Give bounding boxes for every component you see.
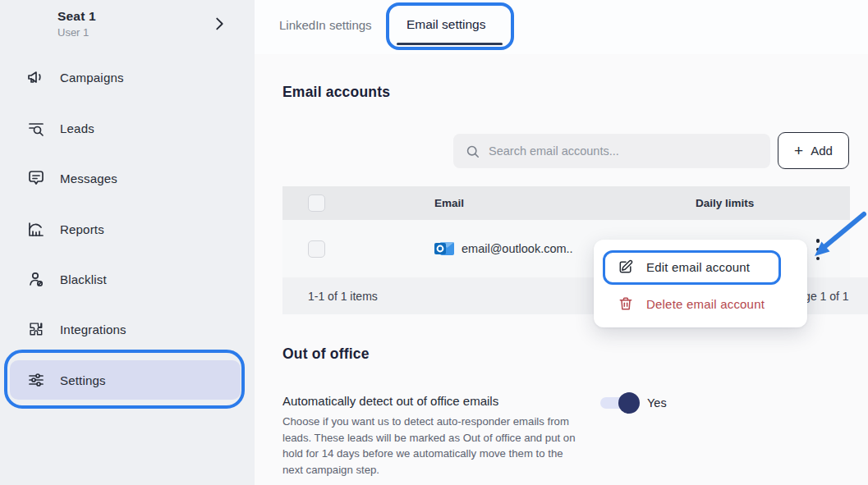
active-tab-underline — [397, 43, 503, 45]
edit-pencil-icon — [618, 259, 634, 275]
leads-search-icon — [26, 118, 46, 138]
tab-label: LinkedIn settings — [279, 18, 372, 32]
column-header-daily-limits: Daily limits — [696, 197, 754, 209]
add-button-label: Add — [811, 144, 833, 158]
sidebar-item-campaigns[interactable]: Campaigns — [0, 59, 255, 95]
menu-item-delete-email-account[interactable]: Delete email account — [594, 289, 807, 318]
row-actions-menu: Edit email account Delete email account — [594, 240, 807, 327]
row-actions-kebab-icon[interactable] — [811, 238, 824, 261]
sidebar-item-label: Leads — [60, 121, 94, 135]
tab-linkedin-settings[interactable]: LinkedIn settings — [279, 0, 372, 49]
add-button[interactable]: + Add — [778, 132, 849, 169]
row-checkbox[interactable] — [308, 240, 325, 258]
column-header-email: Email — [434, 197, 464, 209]
tab-email-settings[interactable]: Email settings — [406, 0, 485, 49]
sliders-icon — [26, 370, 46, 390]
items-count: 1-1 of 1 items — [308, 290, 378, 303]
out-of-office-title: Out of office — [282, 345, 370, 363]
main-content: Email accounts + Add Email Daily limits — [255, 54, 868, 485]
sidebar: Seat 1 User 1 Campaigns Leads Messages — [0, 0, 255, 485]
toggle-knob — [618, 392, 640, 414]
toggle-value-label: Yes — [647, 396, 667, 410]
select-all-checkbox[interactable] — [308, 194, 325, 212]
sidebar-item-leads[interactable]: Leads — [0, 110, 255, 146]
table-header-row: Email Daily limits — [282, 186, 850, 220]
message-bubble-icon — [26, 168, 46, 188]
auto-detect-toggle[interactable] — [600, 392, 641, 414]
auto-detect-setting-label: Automatically detect out of office email… — [282, 394, 498, 408]
menu-item-edit-email-account[interactable]: Edit email account — [594, 252, 807, 281]
search-bar[interactable] — [453, 134, 770, 168]
sidebar-item-integrations[interactable]: Integrations — [0, 311, 255, 347]
sidebar-item-label: Settings — [60, 373, 106, 387]
trash-icon — [618, 295, 634, 312]
app-window: Seat 1 User 1 Campaigns Leads Messages — [0, 0, 868, 485]
seat-subtitle: User 1 — [57, 26, 96, 39]
tab-label: Email settings — [406, 17, 485, 32]
sidebar-item-messages[interactable]: Messages — [0, 160, 255, 196]
blocked-user-icon — [26, 269, 46, 289]
sidebar-item-reports[interactable]: Reports — [0, 211, 255, 247]
sidebar-item-label: Integrations — [60, 323, 126, 336]
sidebar-item-blacklist[interactable]: Blacklist — [0, 261, 255, 297]
outlook-icon — [434, 239, 455, 259]
email-address: email@outlook.com.. — [462, 242, 573, 255]
menu-item-label: Delete email account — [646, 297, 765, 311]
menu-item-label: Edit email account — [646, 260, 750, 274]
auto-detect-setting-description: Choose if you want us to detect auto-res… — [282, 414, 581, 478]
search-icon — [465, 144, 480, 159]
chart-icon — [26, 219, 46, 239]
search-input[interactable] — [489, 144, 760, 158]
puzzle-icon — [26, 319, 46, 339]
sidebar-item-label: Campaigns — [60, 71, 124, 85]
seat-header[interactable]: Seat 1 User 1 — [57, 9, 96, 39]
sidebar-item-settings[interactable]: Settings — [10, 360, 241, 400]
megaphone-icon — [26, 67, 46, 87]
plus-icon: + — [794, 143, 803, 158]
email-accounts-title: Email accounts — [282, 84, 390, 101]
sidebar-item-label: Messages — [60, 172, 117, 185]
tabs-bar: LinkedIn settings Email settings — [255, 0, 868, 54]
chevron-right-icon[interactable] — [210, 15, 228, 33]
sidebar-item-label: Reports — [60, 222, 104, 236]
seat-title: Seat 1 — [57, 9, 96, 24]
sidebar-item-label: Blacklist — [60, 272, 107, 286]
